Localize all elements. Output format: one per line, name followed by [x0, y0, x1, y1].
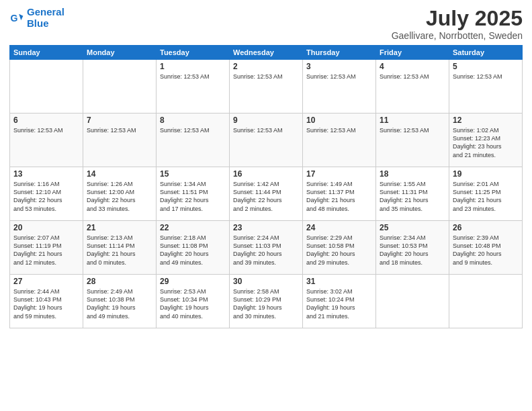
day-text: Sunrise: 12:53 AM	[380, 126, 445, 134]
day-text: Sunrise: 12:53 AM	[160, 126, 226, 134]
day-number: 5	[453, 62, 519, 71]
day-cell: 13Sunrise: 1:16 AMSunset: 12:10 AMDaylig…	[10, 167, 83, 221]
day-text: Sunrise: 2:24 AMSunset: 11:03 PMDaylight…	[233, 234, 299, 267]
day-number: 9	[233, 116, 299, 125]
day-cell: 26Sunrise: 2:39 AMSunset: 10:48 PMDaylig…	[449, 221, 523, 275]
day-text: Sunrise: 12:53 AM	[306, 73, 372, 81]
day-text: Sunrise: 12:53 AM	[87, 126, 152, 134]
day-text: Sunrise: 2:53 AMSunset: 10:34 PMDaylight…	[160, 287, 226, 320]
day-cell: 3Sunrise: 12:53 AM	[303, 60, 376, 113]
week-row-2: 6Sunrise: 12:53 AM7Sunrise: 12:53 AM8Sun…	[10, 113, 523, 167]
week-row-1: 1Sunrise: 12:53 AM2Sunrise: 12:53 AM3Sun…	[10, 60, 523, 113]
day-number: 6	[13, 116, 79, 125]
day-number: 29	[160, 277, 226, 286]
day-number: 20	[13, 223, 79, 232]
day-cell: 27Sunrise: 2:44 AMSunset: 10:43 PMDaylig…	[10, 275, 83, 328]
day-text: Sunrise: 2:34 AMSunset: 10:53 PMDaylight…	[380, 234, 445, 267]
day-cell: 12Sunrise: 1:02 AMSunset: 12:23 AMDaylig…	[449, 113, 523, 167]
day-text: Sunrise: 12:53 AM	[453, 73, 519, 81]
day-cell: 17Sunrise: 1:49 AMSunset: 11:37 PMDaylig…	[303, 167, 376, 221]
day-number: 24	[306, 223, 372, 232]
day-cell	[10, 60, 83, 113]
day-cell	[449, 275, 523, 328]
day-number: 15	[160, 169, 226, 179]
day-text: Sunrise: 2:49 AMSunset: 10:38 PMDaylight…	[87, 287, 152, 320]
week-row-3: 13Sunrise: 1:16 AMSunset: 12:10 AMDaylig…	[10, 167, 523, 221]
day-cell: 4Sunrise: 12:53 AM	[376, 60, 449, 113]
day-text: Sunrise: 12:53 AM	[13, 126, 79, 134]
weekday-header-friday: Friday	[376, 46, 449, 60]
day-cell: 30Sunrise: 2:58 AMSunset: 10:29 PMDaylig…	[230, 275, 303, 328]
svg-text:G: G	[11, 12, 18, 23]
day-cell: 14Sunrise: 1:26 AMSunset: 12:00 AMDaylig…	[83, 167, 157, 221]
day-number: 19	[453, 169, 519, 179]
day-text: Sunrise: 1:49 AMSunset: 11:37 PMDaylight…	[306, 180, 372, 213]
day-cell: 9Sunrise: 12:53 AM	[230, 113, 303, 167]
day-cell: 6Sunrise: 12:53 AM	[10, 113, 83, 167]
day-number: 17	[306, 169, 372, 179]
logo-line2: Blue	[27, 17, 49, 29]
day-number: 18	[380, 169, 445, 179]
logo: G General Blue	[9, 7, 64, 29]
day-cell	[376, 275, 449, 328]
main-title: July 2025	[392, 7, 523, 30]
svg-marker-1	[19, 13, 23, 19]
day-number: 8	[160, 116, 226, 125]
weekday-header-wednesday: Wednesday	[230, 46, 303, 60]
day-number: 22	[160, 223, 226, 232]
weekday-header-sunday: Sunday	[10, 46, 83, 60]
day-text: Sunrise: 1:02 AMSunset: 12:23 AMDaylight…	[453, 126, 519, 159]
subtitle: Gaellivare, Norrbotten, Sweden	[392, 30, 523, 41]
logo-text: General Blue	[27, 7, 64, 29]
day-cell: 25Sunrise: 2:34 AMSunset: 10:53 PMDaylig…	[376, 221, 449, 275]
day-text: Sunrise: 12:53 AM	[233, 126, 299, 134]
day-number: 21	[87, 223, 152, 232]
day-number: 16	[233, 169, 299, 179]
day-text: Sunrise: 1:16 AMSunset: 12:10 AMDaylight…	[13, 180, 79, 213]
day-cell: 28Sunrise: 2:49 AMSunset: 10:38 PMDaylig…	[83, 275, 157, 328]
day-cell: 1Sunrise: 12:53 AM	[157, 60, 230, 113]
day-cell: 10Sunrise: 12:53 AM	[303, 113, 376, 167]
day-number: 23	[233, 223, 299, 232]
day-cell: 11Sunrise: 12:53 AM	[376, 113, 449, 167]
day-number: 31	[306, 277, 372, 286]
day-text: Sunrise: 12:53 AM	[306, 126, 372, 134]
header: G General Blue July 2025 Gaellivare, Nor…	[9, 7, 523, 41]
day-cell: 18Sunrise: 1:55 AMSunset: 11:31 PMDaylig…	[376, 167, 449, 221]
calendar-table: SundayMondayTuesdayWednesdayThursdayFrid…	[9, 45, 523, 328]
day-text: Sunrise: 1:55 AMSunset: 11:31 PMDaylight…	[380, 180, 445, 213]
day-text: Sunrise: 2:07 AMSunset: 11:19 PMDaylight…	[13, 234, 79, 267]
weekday-header-saturday: Saturday	[449, 46, 523, 60]
day-cell: 22Sunrise: 2:18 AMSunset: 11:08 PMDaylig…	[157, 221, 230, 275]
day-text: Sunrise: 1:34 AMSunset: 11:51 PMDaylight…	[160, 180, 226, 213]
day-text: Sunrise: 2:39 AMSunset: 10:48 PMDaylight…	[453, 234, 519, 267]
day-cell: 29Sunrise: 2:53 AMSunset: 10:34 PMDaylig…	[157, 275, 230, 328]
weekday-header-tuesday: Tuesday	[157, 46, 230, 60]
day-number: 4	[380, 62, 445, 71]
day-cell: 7Sunrise: 12:53 AM	[83, 113, 157, 167]
day-text: Sunrise: 2:01 AMSunset: 11:25 PMDaylight…	[453, 180, 519, 213]
day-number: 28	[87, 277, 152, 286]
day-cell: 5Sunrise: 12:53 AM	[449, 60, 523, 113]
logo-line1: General	[27, 6, 64, 17]
day-cell: 20Sunrise: 2:07 AMSunset: 11:19 PMDaylig…	[10, 221, 83, 275]
day-number: 13	[13, 169, 79, 179]
day-text: Sunrise: 12:53 AM	[160, 73, 226, 81]
week-row-4: 20Sunrise: 2:07 AMSunset: 11:19 PMDaylig…	[10, 221, 523, 275]
day-number: 12	[453, 116, 519, 125]
day-cell: 19Sunrise: 2:01 AMSunset: 11:25 PMDaylig…	[449, 167, 523, 221]
day-number: 25	[380, 223, 445, 232]
day-cell: 15Sunrise: 1:34 AMSunset: 11:51 PMDaylig…	[157, 167, 230, 221]
day-text: Sunrise: 2:58 AMSunset: 10:29 PMDaylight…	[233, 287, 299, 320]
day-number: 27	[13, 277, 79, 286]
day-number: 26	[453, 223, 519, 232]
day-number: 14	[87, 169, 152, 179]
day-cell: 23Sunrise: 2:24 AMSunset: 11:03 PMDaylig…	[230, 221, 303, 275]
day-cell: 21Sunrise: 2:13 AMSunset: 11:14 PMDaylig…	[83, 221, 157, 275]
weekday-header-row: SundayMondayTuesdayWednesdayThursdayFrid…	[10, 46, 523, 60]
page: G General Blue July 2025 Gaellivare, Nor…	[0, 0, 532, 411]
day-text: Sunrise: 1:42 AMSunset: 11:44 PMDaylight…	[233, 180, 299, 213]
day-text: Sunrise: 12:53 AM	[380, 73, 445, 81]
title-block: July 2025 Gaellivare, Norrbotten, Sweden	[392, 7, 523, 41]
logo-icon: G	[9, 11, 24, 26]
